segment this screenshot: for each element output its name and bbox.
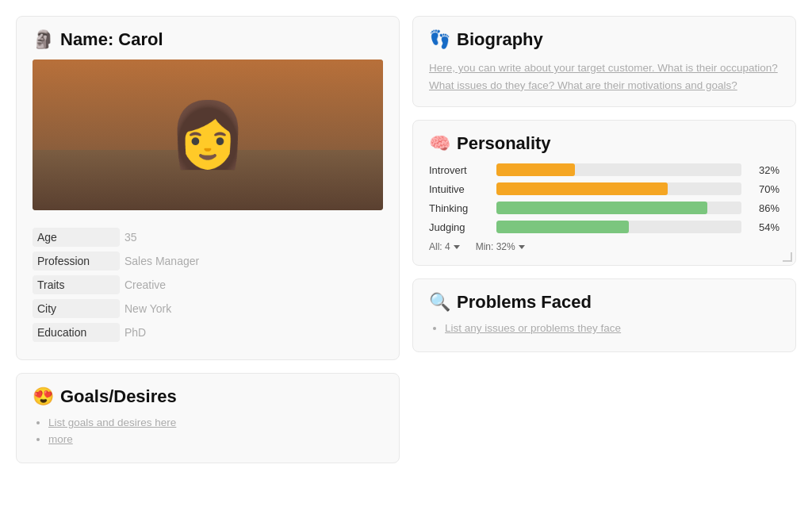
bar-pct-3: 54% (749, 221, 779, 233)
problems-list: List any issues or problems they face (429, 322, 779, 334)
bar-track-1 (496, 182, 741, 195)
education-value: PhD (120, 323, 383, 342)
problems-title: 🔍 Problems Faced (429, 292, 779, 313)
personality-footer: All: 4 Min: 32% (429, 241, 779, 252)
profession-value: Sales Manager (120, 251, 383, 271)
bar-track-3 (496, 221, 741, 233)
age-row: Age 35 (33, 228, 383, 247)
biography-card: 👣 Biography Here, you can write about yo… (412, 16, 796, 107)
biography-icon: 👣 (429, 29, 450, 50)
goals-title-text: Goals/Desires (60, 386, 177, 407)
bar-track-2 (496, 202, 741, 214)
traits-value: Creative (120, 275, 383, 294)
bar-track-0 (496, 163, 741, 176)
problems-item-1: List any issues or problems they face (445, 322, 779, 334)
education-row: Education PhD (33, 323, 383, 342)
bar-fill-0 (496, 163, 575, 176)
name-title: 🗿 Name: Carol (33, 29, 383, 50)
goals-item-1: List goals and desires here (48, 417, 383, 428)
bar-pct-2: 86% (749, 202, 779, 214)
attributes-table: Age 35 Profession Sales Manager Traits C… (33, 223, 383, 347)
personality-card: 🧠 Personality Introvert32%Intuitive70%Th… (412, 120, 796, 266)
personality-bars: Introvert32%Intuitive70%Thinking86%Judgi… (429, 163, 779, 233)
bar-pct-0: 32% (749, 164, 779, 176)
goals-list: List goals and desires here more (33, 417, 383, 445)
goals-title: 😍 Goals/Desires (33, 386, 383, 407)
city-value: New York (120, 299, 383, 318)
problems-icon: 🔍 (429, 292, 450, 313)
city-label: City (33, 299, 120, 318)
problems-title-text: Problems Faced (457, 292, 592, 313)
biography-title: 👣 Biography (429, 29, 779, 50)
bar-fill-2 (496, 202, 707, 214)
city-row: City New York (33, 299, 383, 318)
name-icon: 🗿 (33, 29, 54, 50)
education-label: Education (33, 323, 120, 342)
personality-title-text: Personality (457, 133, 551, 154)
bar-label-1: Intuitive (429, 183, 488, 195)
bar-row-3: Judging54% (429, 221, 779, 233)
goals-card: 😍 Goals/Desires List goals and desires h… (16, 373, 400, 463)
bar-label-2: Thinking (429, 202, 488, 214)
personality-icon: 🧠 (429, 133, 450, 154)
footer-min-text: Min: 32% (476, 241, 515, 252)
resize-handle[interactable] (783, 252, 792, 262)
traits-row: Traits Creative (33, 275, 383, 294)
footer-min[interactable]: Min: 32% (476, 241, 525, 252)
bar-label-3: Judging (429, 221, 488, 233)
footer-all[interactable]: All: 4 (429, 241, 460, 252)
bar-row-2: Thinking86% (429, 202, 779, 214)
name-card: 🗿 Name: Carol Age 35 Profession Sales Ma… (16, 16, 400, 360)
personality-title: 🧠 Personality (429, 133, 779, 154)
profession-row: Profession Sales Manager (33, 251, 383, 271)
biography-text: Here, you can write about your target cu… (429, 60, 779, 94)
traits-label: Traits (33, 275, 120, 294)
goals-item-2: more (48, 433, 383, 445)
bar-fill-1 (496, 182, 668, 195)
profile-photo (33, 60, 383, 210)
biography-title-text: Biography (457, 29, 543, 50)
name-text: Name: Carol (60, 29, 163, 50)
footer-all-chevron (454, 245, 460, 249)
bar-row-0: Introvert32% (429, 163, 779, 176)
footer-all-text: All: 4 (429, 241, 450, 252)
age-value: 35 (120, 228, 383, 247)
age-label: Age (33, 228, 120, 247)
goals-icon: 😍 (33, 386, 54, 407)
bar-fill-3 (496, 221, 629, 233)
footer-min-chevron (519, 245, 525, 249)
bar-pct-1: 70% (749, 183, 779, 195)
bar-row-1: Intuitive70% (429, 182, 779, 195)
bar-label-0: Introvert (429, 164, 488, 176)
problems-card: 🔍 Problems Faced List any issues or prob… (412, 278, 796, 352)
profession-label: Profession (33, 251, 120, 271)
